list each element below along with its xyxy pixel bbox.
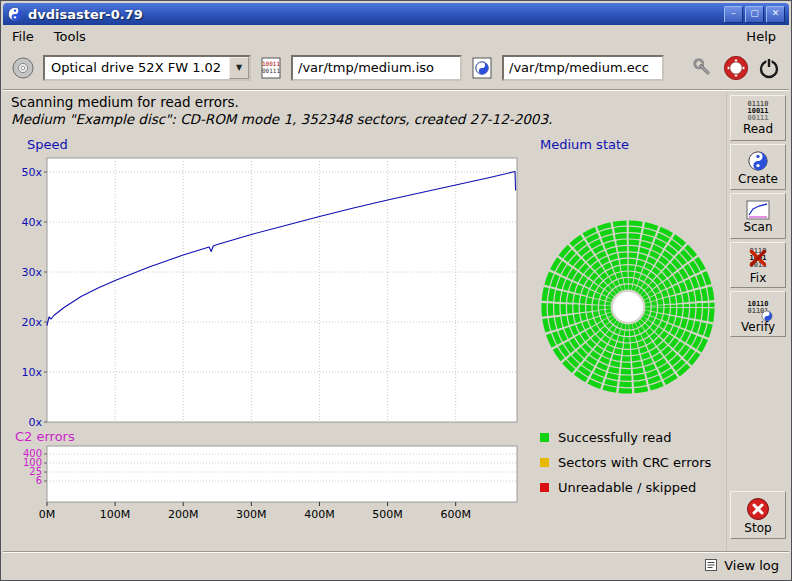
view-log-button[interactable]: View log: [704, 558, 779, 573]
drive-selector-value: Optical drive 52X FW 1.02: [45, 60, 229, 75]
medium-state-title: Medium state: [540, 137, 629, 152]
verify-button-label: Verify: [741, 321, 775, 333]
drive-icon: [10, 54, 36, 82]
legend-label: Unreadable / skipped: [558, 480, 696, 495]
medium-state-disc: [540, 219, 718, 397]
preferences-wrench-icon[interactable]: [690, 54, 716, 82]
svg-text:40x: 40x: [21, 216, 42, 229]
iso-file-icon: 10011 00111: [258, 54, 284, 82]
legend-label: Successfully read: [558, 430, 671, 445]
scan-chart-icon: [746, 200, 770, 220]
stop-button[interactable]: Stop: [730, 491, 786, 539]
yin-yang-icon: [747, 150, 769, 172]
fix-button-label: Fix: [750, 272, 766, 284]
menu-help[interactable]: Help: [746, 29, 776, 44]
help-lifebuoy-icon[interactable]: [723, 54, 749, 82]
status-line-1: Scanning medium for read errors.: [11, 94, 239, 110]
title-bar[interactable]: dvdisaster-0.79 – ▢ ✕: [3, 3, 789, 25]
svg-text:0x: 0x: [28, 416, 42, 429]
stop-icon: [746, 497, 770, 521]
medium-state-legend: Successfully readSectors with CRC errors…: [540, 425, 711, 500]
view-log-label: View log: [724, 558, 779, 573]
menu-bar: File Tools Help: [3, 25, 789, 47]
iso-path-input[interactable]: [291, 55, 462, 81]
menu-file[interactable]: File: [12, 29, 34, 44]
create-button[interactable]: Create: [730, 144, 786, 190]
scan-button[interactable]: Scan: [730, 193, 786, 239]
status-bar: View log: [3, 551, 789, 578]
app-window: dvdisaster-0.79 – ▢ ✕ File Tools Help Op…: [0, 0, 792, 581]
legend-label: Sectors with CRC errors: [558, 455, 711, 470]
legend-swatch-icon: [540, 483, 549, 492]
toolbar: Optical drive 52X FW 1.02 ▼ 10011 00111: [3, 47, 789, 88]
svg-text:6: 6: [36, 475, 42, 486]
c2-errors-title: C2 errors: [15, 429, 75, 444]
c2-errors-chart: 4001002560M100M200M300M400M500M600M: [5, 444, 523, 524]
svg-text:0M: 0M: [39, 508, 56, 521]
status-line-2: Medium "Example disc": CD-ROM mode 1, 35…: [11, 111, 552, 127]
minimize-button[interactable]: –: [724, 6, 743, 23]
legend-swatch-icon: [540, 433, 549, 442]
stop-button-label: Stop: [744, 522, 771, 534]
chevron-down-icon[interactable]: ▼: [229, 57, 249, 79]
svg-text:600M: 600M: [440, 508, 471, 521]
quit-power-icon[interactable]: [756, 54, 782, 82]
read-button-label: Read: [743, 123, 773, 135]
close-button[interactable]: ✕: [766, 6, 785, 23]
app-logo-icon: [7, 6, 23, 22]
legend-item: Sectors with CRC errors: [540, 450, 711, 475]
ecc-file-icon: [469, 54, 495, 82]
window-title: dvdisaster-0.79: [28, 7, 722, 22]
verify-icon: 1011001101: [745, 296, 771, 320]
toolbar-separator: [3, 89, 789, 90]
svg-text:20x: 20x: [21, 316, 42, 329]
svg-text:400M: 400M: [304, 508, 335, 521]
chart-area: Speed Medium state C2 errors 0x10x20x30x…: [3, 131, 730, 553]
speed-chart: 0x10x20x30x40x50x: [5, 153, 523, 429]
svg-text:200M: 200M: [168, 508, 199, 521]
drive-selector[interactable]: Optical drive 52X FW 1.02 ▼: [43, 55, 251, 81]
svg-text:30x: 30x: [21, 266, 42, 279]
svg-text:50x: 50x: [21, 166, 42, 179]
svg-text:100M: 100M: [100, 508, 131, 521]
log-icon: [704, 558, 718, 572]
read-binary-icon: 011101001100111: [747, 101, 768, 122]
legend-item: Successfully read: [540, 425, 711, 450]
create-button-label: Create: [738, 173, 778, 185]
fix-button[interactable]: 011010010011 Fix: [730, 242, 786, 288]
fix-tools-icon: 011010010011: [745, 247, 771, 271]
legend-swatch-icon: [540, 458, 549, 467]
legend-item: Unreadable / skipped: [540, 475, 711, 500]
scan-button-label: Scan: [743, 221, 772, 233]
action-sidebar: 011101001100111 Read Create Scan 011010: [726, 92, 789, 551]
menu-tools[interactable]: Tools: [54, 29, 86, 44]
read-button[interactable]: 011101001100111 Read: [730, 95, 786, 141]
svg-text:300M: 300M: [236, 508, 267, 521]
svg-text:500M: 500M: [372, 508, 403, 521]
svg-text:10x: 10x: [21, 366, 42, 379]
speed-chart-title: Speed: [27, 137, 68, 152]
verify-button[interactable]: 1011001101 Verify: [730, 291, 786, 337]
maximize-button[interactable]: ▢: [745, 6, 764, 23]
ecc-path-input[interactable]: [502, 55, 664, 81]
svg-text:00111: 00111: [262, 67, 280, 74]
svg-text:10011: 10011: [262, 60, 280, 67]
